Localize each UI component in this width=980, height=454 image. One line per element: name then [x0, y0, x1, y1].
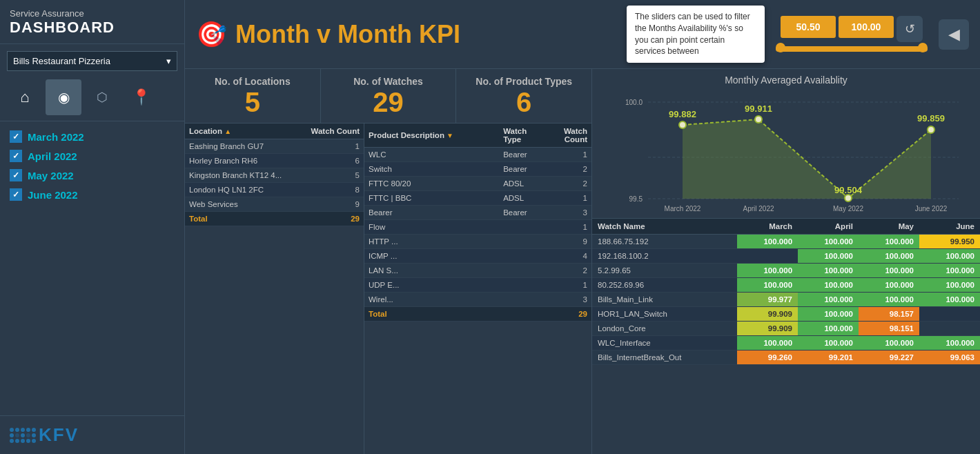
product-name: HTTP ...	[364, 235, 499, 249]
avail-june: 99.063	[919, 351, 980, 365]
col-watch-type-header: WatchType	[499, 124, 545, 148]
avail-watch-name: 80.252.69.96	[592, 278, 737, 293]
sidebar: Service Assurance DASHBOARD Bills Restau…	[0, 0, 185, 454]
products-table: Product Description ▼ WatchType WatchCou…	[364, 124, 591, 322]
slider-fill	[776, 46, 928, 52]
product-row: FTTC 80/20ADSL2	[364, 177, 591, 191]
slider-thumb-right[interactable]	[918, 43, 928, 52]
slider-min-value[interactable]: 50.50	[781, 16, 836, 38]
avail-march: 99.909	[737, 322, 798, 336]
product-type	[499, 293, 545, 307]
product-row: UDP E...1	[364, 278, 591, 293]
reset-button[interactable]: ↺	[896, 16, 923, 42]
nav-location-button[interactable]: 📍	[123, 79, 159, 115]
product-type: ADSL	[499, 191, 545, 206]
avail-may: 100.000	[859, 249, 919, 264]
avail-watch-name: Bills_Main_Link	[592, 293, 737, 307]
location-row: Kingston Branch KT12 4...5	[185, 168, 364, 183]
avail-march: 100.000	[737, 278, 798, 293]
april-checkbox[interactable]: ✓	[10, 150, 22, 162]
product-count: 2	[545, 264, 591, 278]
product-name: Bearer	[364, 206, 499, 220]
avail-april: 100.000	[798, 293, 859, 307]
locations-table: Location ▲ Watch Count Eashing Branch GU…	[185, 124, 364, 226]
product-row: HTTP ...9	[364, 235, 591, 249]
avail-june	[919, 307, 980, 322]
chart-svg: 100.0 99.5	[600, 88, 972, 213]
tooltip-text: The sliders can be used to filter the Mo…	[635, 12, 750, 56]
slider-track[interactable]	[776, 46, 928, 52]
location-name: Eashing Branch GU7	[185, 139, 300, 154]
month-march-item[interactable]: ✓ March 2022	[10, 127, 175, 146]
nav-home-button[interactable]: ⌂	[7, 79, 43, 115]
top-bar: 🎯 Month v Month KPI The sliders can be u…	[185, 0, 980, 69]
location-row: London HQ LN1 2FC8	[185, 183, 364, 197]
slider-max-value[interactable]: 100.00	[839, 16, 894, 38]
total-count: 29	[545, 307, 591, 322]
product-type: Bearer	[499, 148, 545, 162]
product-count: 4	[545, 249, 591, 264]
avail-may: 100.000	[859, 235, 919, 249]
march-checkbox[interactable]: ✓	[10, 130, 22, 143]
avail-watch-name: 5.2.99.65	[592, 264, 737, 278]
nav-topology-button[interactable]: ⬡	[84, 79, 120, 115]
product-name: UDP E...	[364, 278, 499, 293]
locations-total-row: Total29	[185, 212, 364, 226]
avail-may: 98.151	[859, 322, 919, 336]
month-april-item[interactable]: ✓ April 2022	[10, 146, 175, 166]
watches-count: 29	[326, 87, 451, 117]
speedometer-nav-icon: ◉	[58, 89, 70, 106]
avail-watch-name: 188.66.75.192	[592, 235, 737, 249]
page-title: Month v Month KPI	[235, 20, 460, 49]
product-row: ICMP ...4	[364, 249, 591, 264]
locations-label: No. of Locations	[190, 76, 315, 87]
client-dropdown[interactable]: Bills Restaurant Pizzeria ▾	[7, 51, 177, 71]
month-may-item[interactable]: ✓ May 2022	[10, 166, 175, 185]
product-count: 2	[545, 162, 591, 177]
avail-watch-name: Bills_InternetBreak_Out	[592, 351, 737, 365]
avail-row: Bills_InternetBreak_Out 99.260 99.201 99…	[592, 351, 980, 365]
svg-text:99.5: 99.5	[629, 195, 643, 203]
location-row: Web Services9	[185, 197, 364, 212]
avail-march: 100.000	[737, 235, 798, 249]
col-product-header: Product Description ▼	[364, 124, 499, 148]
avail-march: 100.000	[737, 264, 798, 278]
nav-dashboard-button[interactable]: ◉	[46, 79, 81, 115]
chart-title: Monthly Averaged Availablity	[600, 75, 972, 86]
avail-table: Watch Name March April May June 188.66.7…	[592, 219, 980, 365]
june-checkbox[interactable]: ✓	[10, 188, 22, 201]
product-name: FTTC | BBC	[364, 191, 499, 206]
left-panel: No. of Locations 5 No. of Watches 29 No.…	[185, 69, 592, 454]
product-row: LAN S...2	[364, 264, 591, 278]
june-label: June 2022	[28, 189, 78, 201]
product-name: Flow	[364, 220, 499, 235]
product-types-label: No. of Product Types	[462, 76, 586, 87]
back-button[interactable]: ◀	[939, 19, 969, 50]
product-sort-icon[interactable]: ▼	[447, 132, 453, 139]
avail-june: 100.000	[919, 336, 980, 351]
stat-watches: No. of Watches 29	[321, 69, 457, 123]
avail-june: 100.000	[919, 278, 980, 293]
avail-march: 99.909	[737, 307, 798, 322]
avail-april: 100.000	[798, 278, 859, 293]
stat-product-types: No. of Product Types 6	[456, 69, 591, 123]
sort-arrow-icon[interactable]: ▲	[224, 128, 231, 135]
total-label: Total	[364, 307, 499, 322]
avail-april: 99.201	[798, 351, 859, 365]
products-total-row: Total29	[364, 307, 591, 322]
avail-march: 99.977	[737, 293, 798, 307]
avail-watch-name: 192.168.100.2	[592, 249, 737, 264]
slider-thumb-left[interactable]	[776, 43, 785, 52]
avail-april: 100.000	[798, 264, 859, 278]
may-label: May 2022	[28, 170, 74, 181]
product-row: SwitchBearer2	[364, 162, 591, 177]
product-type: ADSL	[499, 177, 545, 191]
speedometer-icon: 🎯	[196, 20, 227, 49]
avail-june: 99.950	[919, 235, 980, 249]
page-title-area: 🎯 Month v Month KPI	[196, 20, 616, 49]
month-june-item[interactable]: ✓ June 2022	[10, 185, 175, 204]
service-label: Service Assurance	[10, 8, 175, 19]
may-checkbox[interactable]: ✓	[10, 169, 22, 181]
svg-point-9	[928, 126, 934, 133]
location-name: Horley Branch RH6	[185, 154, 300, 168]
